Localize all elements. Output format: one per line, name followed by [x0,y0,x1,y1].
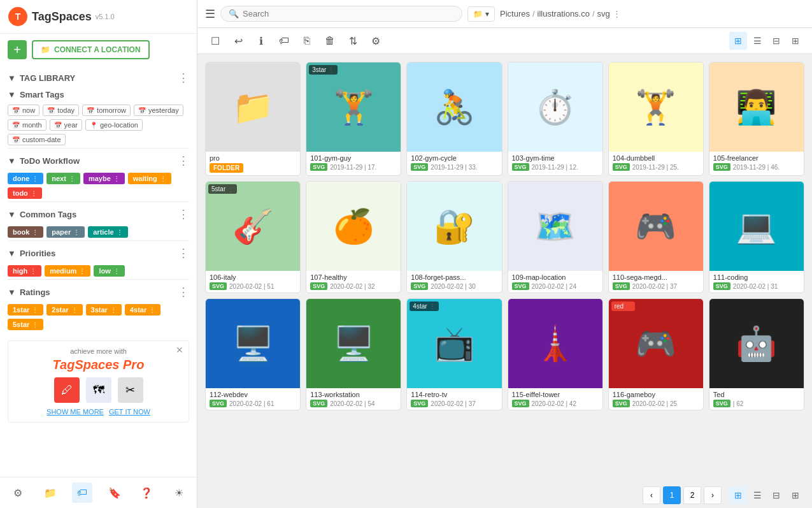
grid-item-103[interactable]: ⏱️ 103-gym-time SVG 2019-11-29 | 12. [508,62,603,176]
page-2-button[interactable]: 2 [683,486,701,504]
bookmark-icon[interactable]: 🔖 [104,483,125,503]
tag-1star[interactable]: 1star [8,304,43,316]
bottom-list-view-button[interactable]: ☰ [748,486,766,504]
help-icon[interactable]: ❓ [136,483,157,503]
menu-toggle-icon[interactable]: ☰ [205,7,215,21]
show-me-more-button[interactable]: SHOW ME MORE [46,408,104,416]
tag-month[interactable]: 📅month [8,119,46,131]
tag-button[interactable]: 🏷 [274,31,294,51]
common-tags-container: book paper article [8,226,189,238]
smart-tags-title[interactable]: ▼ Smart Tags [8,90,64,99]
thumb-111: 💻 [709,182,804,271]
grid-item-115[interactable]: 🗼 115-eiffel-tower SVG 2020-02-02 | 42 [508,298,603,410]
tag-2star[interactable]: 2star [46,304,82,316]
grid-item-111[interactable]: 💻 111-coding SVG 2020-02-02 | 31 [709,181,804,293]
grid-item-113[interactable]: 🖥️ 113-workstation SVG 2020-02-02 | 54 [306,298,401,410]
connect-location-button[interactable]: 📁 CONNECT A LOCATION [32,40,150,59]
promo-close-button[interactable]: ✕ [176,345,183,355]
bottom-kanban-view-button[interactable]: ⊞ [787,486,804,504]
breadcrumb-pictures[interactable]: Pictures [500,9,530,18]
page-1-button[interactable]: 1 [663,486,681,504]
theme-icon[interactable]: ☀ [169,483,189,503]
priorities-more-icon[interactable]: ⋮ [178,246,189,260]
folder-icon[interactable]: 📁 [40,483,61,503]
next-page-button[interactable]: › [704,486,722,504]
tag-waiting[interactable]: waiting [128,173,171,184]
settings-button[interactable]: ⚙ [366,31,386,51]
breadcrumb-svg[interactable]: svg [597,9,610,18]
settings-icon[interactable]: ⚙ [8,483,28,503]
tag-maybe[interactable]: maybe [83,173,125,184]
kanban-view-button[interactable]: ⊞ [787,32,804,50]
todo-more-icon[interactable]: ⋮ [178,154,189,168]
info-button[interactable]: ℹ [251,31,271,51]
prev-page-button[interactable]: ‹ [643,486,660,504]
tag-high[interactable]: high [8,265,41,277]
tag-geo-location[interactable]: 📍geo-location [85,119,143,131]
grid-item-108[interactable]: 🔐 108-forget-pass... SVG 2020-02-02 | 30 [406,181,502,293]
grid-item-110[interactable]: 🎮 110-sega-megd... SVG 2020-02-02 | 37 [608,181,704,293]
search-box[interactable]: 🔍 [220,6,462,22]
common-tags-title[interactable]: ▼ Common Tags [8,210,76,219]
tag-library-more-icon[interactable]: ⋮ [178,71,189,85]
tag-today[interactable]: 📅today [43,105,79,116]
grid-item-ted[interactable]: 🤖 Ted SVG | 62 [709,298,804,410]
smart-tags-header: ▼ Smart Tags [8,90,189,99]
grid-item-106[interactable]: 5star ⋮ 🎸 106-italy SVG 2020-02-02 | 51 [205,181,301,293]
ratings-more-icon[interactable]: ⋮ [178,285,189,299]
chevron-icon: ▼ [8,249,16,258]
list-view-button[interactable]: ☰ [748,32,766,50]
todo-workflow-title[interactable]: ▼ ToDo Workflow [8,156,80,166]
bottom-grid-view-button[interactable]: ⊞ [729,486,747,504]
tag-medium[interactable]: medium [45,265,90,277]
tag-tomorrow[interactable]: 📅tomorrow [82,105,131,116]
copy-button[interactable]: ⎘ [297,31,317,51]
location-picker[interactable]: 📁 ▾ [467,6,495,22]
delete-button[interactable]: 🗑 [320,31,340,51]
grid-item-114[interactable]: 4star ⋮ 📺 114-retro-tv SVG 2020-02-02 | … [406,298,502,410]
grid-item-101[interactable]: 3star ⋮ 🏋️ 101-gym-guy SVG 2019-11-29 | … [306,62,401,176]
add-button[interactable]: + [8,40,27,59]
item-meta-101: SVG 2019-11-29 | 17. [310,163,397,171]
grid-item-102[interactable]: 🚴 102-gym-cycle SVG 2019-11-29 | 33. [406,62,502,176]
select-all-button[interactable]: ☐ [205,31,225,51]
bottom-col-view-button[interactable]: ⊟ [767,486,785,504]
grid-item-116[interactable]: red ⋮ 🎮 116-gameboy SVG 2020-02-02 | 25 [608,298,704,410]
item-meta-102: SVG 2019-11-29 | 33. [411,163,497,171]
row-view-button[interactable]: ⊟ [767,32,785,50]
grid-item-107[interactable]: 🍊 107-healthy SVG 2020-02-02 | 32 [306,181,401,293]
sort-button[interactable]: ⇅ [343,31,363,51]
tag-yesterday[interactable]: 📅yesterday [134,105,183,116]
tag-4star[interactable]: 4star [125,304,160,316]
tag-icon[interactable]: 🏷 [72,483,92,503]
grid-item-112[interactable]: 🖥️ 112-webdev SVG 2020-02-02 | 61 [205,298,301,410]
priorities-title[interactable]: ▼ Priorities [8,249,55,258]
grid-item-105[interactable]: 👨‍💻 105-freelancer SVG 2019-11-29 | 46. [709,62,804,176]
breadcrumb-illustrations[interactable]: illustrations.co [538,9,590,18]
tag-book[interactable]: book [8,226,43,238]
grid-item-109[interactable]: 🗺️ 109-map-location SVG 2020-02-02 | 24 [508,181,603,293]
tag-5star[interactable]: 5star [8,319,43,330]
tag-custom-date[interactable]: 📅custom-date [8,134,66,145]
tag-todo[interactable]: todo [8,187,42,199]
tag-3star[interactable]: 3star [86,304,122,316]
tag-library-title[interactable]: ▼ TAG LIBRARY [8,73,75,83]
search-input[interactable] [243,9,454,18]
common-tags-more-icon[interactable]: ⋮ [178,207,189,221]
thumb-ted: 🤖 [709,299,804,388]
grid-item-104[interactable]: 🏋️ 104-dumbbell SVG 2019-11-29 | 25. [608,62,704,176]
get-it-now-button[interactable]: GET IT NOW [109,408,150,416]
breadcrumb-more-icon[interactable]: ⋮ [613,9,621,18]
tag-now[interactable]: 📅now [8,105,39,116]
tag-low[interactable]: low [94,265,124,277]
grid-item-pro[interactable]: 📁 pro FOLDER [205,62,301,176]
grid-view-button[interactable]: ⊞ [729,32,747,50]
tag-year[interactable]: 📅year [50,119,82,131]
tag-paper[interactable]: paper [46,226,85,238]
ratings-title[interactable]: ▼ Ratings [8,287,50,297]
tag-article[interactable]: article [88,226,127,238]
item-meta-104: SVG 2019-11-29 | 25. [613,163,699,171]
tag-next[interactable]: next [46,173,80,184]
back-button[interactable]: ↩ [228,31,248,51]
tag-done[interactable]: done [8,173,43,184]
